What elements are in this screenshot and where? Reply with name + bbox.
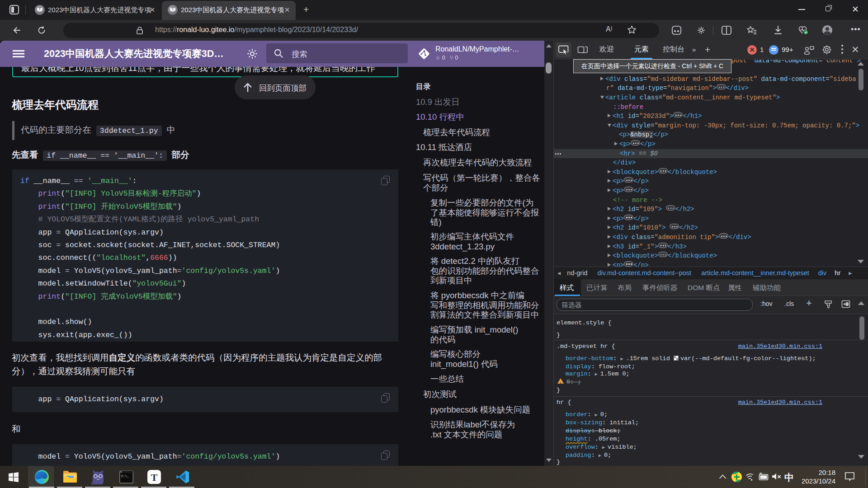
svg-text:C:\_: C:\_ (121, 474, 129, 478)
